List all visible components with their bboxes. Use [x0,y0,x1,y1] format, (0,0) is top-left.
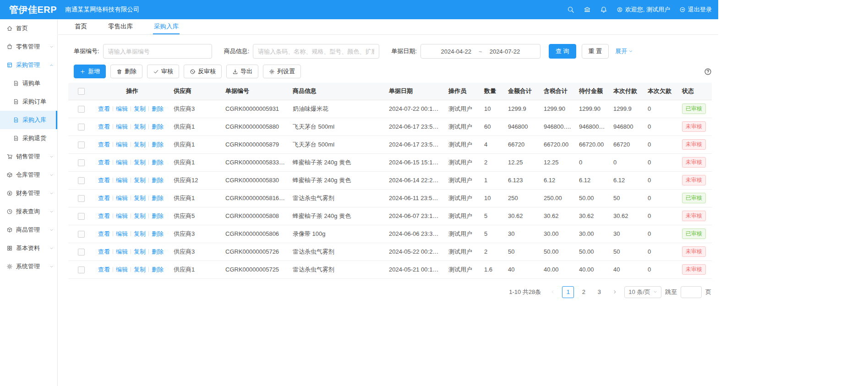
column-settings-button[interactable]: 列设置 [263,65,301,78]
row-checkbox[interactable] [78,106,85,113]
date-from-value[interactable]: 2024-04-22 [441,48,472,55]
sidebar-item-system-mgmt[interactable]: 系统管理 [0,257,57,276]
delete-link[interactable]: 删除 [152,266,164,273]
sidebar-item-sales-mgmt[interactable]: 销售管理 [0,147,57,166]
edit-link[interactable]: 编辑 [116,177,128,184]
view-link[interactable]: 查看 [98,123,110,130]
jump-page-input[interactable] [681,286,702,298]
delete-link[interactable]: 删除 [152,141,164,148]
view-link[interactable]: 查看 [98,195,110,201]
sidebar-item-warehouse-mgmt[interactable]: 仓库管理 [0,166,57,184]
edit-link[interactable]: 编辑 [116,195,128,201]
row-checkbox[interactable] [78,141,85,148]
approve-button[interactable]: 审核 [147,65,179,78]
row-checkbox[interactable] [78,124,85,130]
cell-amount-total: 30.62 [504,207,540,225]
cell-unpaid-amount: 0 [575,153,610,171]
delete-link[interactable]: 删除 [152,230,164,237]
copy-link[interactable]: 复制 [134,230,146,237]
sidebar-item-finance-mgmt[interactable]: 财务管理 [0,184,57,202]
reset-button[interactable]: 重 置 [582,44,609,59]
copy-link[interactable]: 复制 [134,141,146,148]
view-link[interactable]: 查看 [98,212,110,219]
date-range-picker[interactable]: 2024-04-22 ~ 2024-07-22 [420,44,540,59]
view-link[interactable]: 查看 [98,177,110,184]
copy-link[interactable]: 复制 [134,195,146,201]
view-link[interactable]: 查看 [98,105,110,112]
page-3-button[interactable]: 3 [593,286,605,298]
copy-link[interactable]: 复制 [134,212,146,219]
next-page-button[interactable] [609,286,621,298]
page-2-button[interactable]: 2 [578,286,590,298]
copy-link[interactable]: 复制 [134,123,146,130]
page-size-select[interactable]: 10 条/页 [624,286,661,298]
add-button[interactable]: 新增 [74,65,106,78]
sidebar-item-label: 财务管理 [16,189,40,197]
delete-button[interactable]: 删除 [110,65,142,78]
view-link[interactable]: 查看 [98,159,110,166]
sidebar-item-purchase-return[interactable]: 采购退货 [0,129,57,147]
sidebar-item-retail-mgmt[interactable]: 零售管理 [0,38,57,56]
question-icon[interactable] [704,68,712,76]
copy-link[interactable]: 复制 [134,159,146,166]
view-link[interactable]: 查看 [98,266,110,273]
search-button[interactable]: 查 询 [549,44,576,59]
delete-link[interactable]: 删除 [152,177,164,184]
row-checkbox[interactable] [78,159,85,166]
tab-purchase-inbound[interactable]: 采购入库 [153,19,180,34]
copy-link[interactable]: 复制 [134,105,146,112]
edit-link[interactable]: 编辑 [116,159,128,166]
expand-link[interactable]: 展开 [615,47,633,55]
delete-link[interactable]: 删除 [152,123,164,130]
tab-home[interactable]: 首页 [74,19,88,34]
delete-link[interactable]: 删除 [152,195,164,201]
edit-link[interactable]: 编辑 [116,248,128,255]
sidebar-item-purchase-request[interactable]: 请购单 [0,74,57,92]
search-icon[interactable] [567,6,574,13]
page-1-button[interactable]: 1 [562,286,574,298]
copy-link[interactable]: 复制 [134,266,146,273]
prev-page-button[interactable] [546,286,558,298]
date-to-value[interactable]: 2024-07-22 [490,48,520,55]
sidebar-item-basic-data[interactable]: 基本资料 [0,239,57,257]
delete-link[interactable]: 删除 [152,248,164,255]
goods-info-input[interactable] [253,44,379,59]
edit-link[interactable]: 编辑 [116,266,128,273]
row-checkbox[interactable] [78,231,85,238]
edit-link[interactable]: 编辑 [116,123,128,130]
tab-retail-outbound[interactable]: 零售出库 [107,19,134,34]
sidebar-item-report-query[interactable]: 报表查询 [0,202,57,221]
delete-link[interactable]: 删除 [152,105,164,112]
row-checkbox[interactable] [78,177,85,184]
sidebar-item-purchase-mgmt[interactable]: 采购管理 [0,56,57,74]
row-checkbox[interactable] [78,195,85,202]
unapprove-button[interactable]: 反审核 [184,65,222,78]
column-header-actions: 操作 [94,83,170,100]
row-checkbox[interactable] [78,266,85,273]
copy-link[interactable]: 复制 [134,177,146,184]
bank-icon[interactable] [584,6,591,13]
row-checkbox[interactable] [78,213,85,220]
sidebar-item-purchase-order[interactable]: 采购订单 [0,92,57,111]
sidebar-item-goods-mgmt[interactable]: 商品管理 [0,221,57,239]
sidebar-item-home[interactable]: 首页 [0,19,57,38]
edit-link[interactable]: 编辑 [116,212,128,219]
bill-no-input[interactable] [103,44,212,59]
cell-quantity: 4 [480,136,504,153]
delete-link[interactable]: 删除 [152,159,164,166]
delete-link[interactable]: 删除 [152,212,164,219]
edit-link[interactable]: 编辑 [116,230,128,237]
welcome-user[interactable]: 欢迎您, 测试用户 [617,5,670,14]
edit-link[interactable]: 编辑 [116,105,128,112]
copy-link[interactable]: 复制 [134,248,146,255]
view-link[interactable]: 查看 [98,248,110,255]
sidebar-item-purchase-inbound[interactable]: 采购入库 [0,111,57,129]
edit-link[interactable]: 编辑 [116,141,128,148]
logout-button[interactable]: 退出登录 [679,5,712,14]
bell-icon[interactable] [600,6,607,13]
export-button[interactable]: 导出 [226,65,258,78]
view-link[interactable]: 查看 [98,230,110,237]
row-checkbox[interactable] [78,249,85,256]
view-link[interactable]: 查看 [98,141,110,148]
select-all-checkbox[interactable] [78,88,85,95]
